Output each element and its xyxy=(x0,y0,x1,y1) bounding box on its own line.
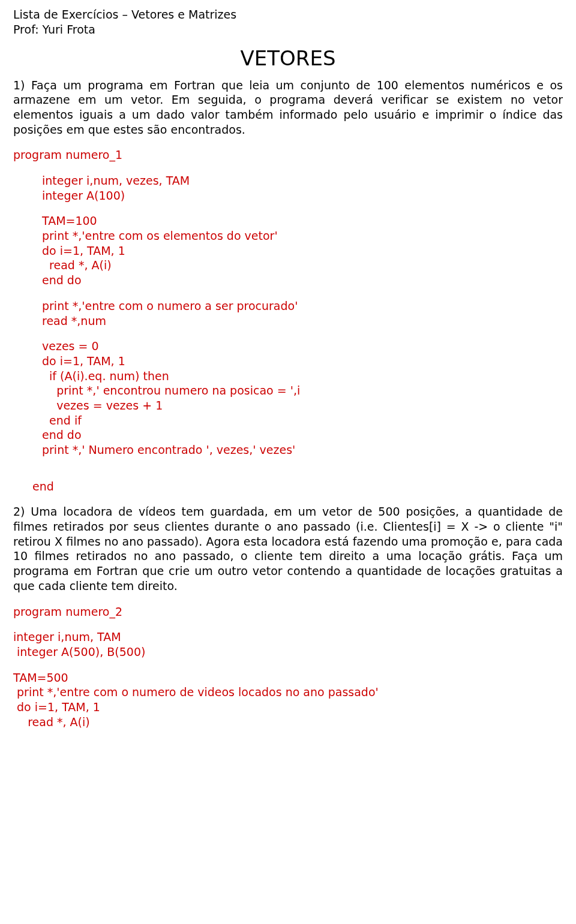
code-line: read *,num xyxy=(42,314,563,329)
code-line: if (A(i).eq. num) then xyxy=(42,369,563,384)
code-line: end xyxy=(13,479,563,494)
question-2-text: 2) Uma locadora de vídeos tem guardada, … xyxy=(13,504,563,593)
code-line: TAM=500 xyxy=(13,670,563,685)
code-line: print *,'entre com o numero a ser procur… xyxy=(42,299,563,314)
code-line: TAM=100 xyxy=(42,213,563,228)
code-line: end if xyxy=(42,413,563,428)
code-line: integer A(100) xyxy=(42,188,563,203)
code-line: integer A(500), B(500) xyxy=(13,645,563,660)
code-line: end do xyxy=(42,428,563,443)
code-line: print *,' Numero encontrado ', vezes,' v… xyxy=(42,443,563,458)
code-line: program numero_2 xyxy=(13,604,563,619)
code-line: integer i,num, TAM xyxy=(13,630,563,645)
code-line: end do xyxy=(42,273,563,288)
code-line: integer i,num, vezes, TAM xyxy=(42,173,563,188)
code-line: do i=1, TAM, 1 xyxy=(13,700,563,715)
code-line: program numero_1 xyxy=(13,148,563,162)
doc-header-title: Lista de Exercícios – Vetores e Matrizes xyxy=(13,7,563,22)
code-line: vezes = vezes + 1 xyxy=(42,398,563,413)
code-line: read *, A(i) xyxy=(42,258,563,273)
question-1-text: 1) Faça um programa em Fortran que leia … xyxy=(13,78,563,137)
page-title: VETORES xyxy=(13,45,563,71)
doc-header-author: Prof: Yuri Frota xyxy=(13,22,563,37)
code-line: print *,' encontrou numero na posicao = … xyxy=(42,383,563,398)
code-line: do i=1, TAM, 1 xyxy=(42,354,563,369)
code-line: print *,'entre com o numero de videos lo… xyxy=(13,685,563,700)
code-line: read *, A(i) xyxy=(13,715,563,730)
code-line: vezes = 0 xyxy=(42,339,563,354)
code-line: print *,'entre com os elementos do vetor… xyxy=(42,228,563,243)
code-line: do i=1, TAM, 1 xyxy=(42,243,563,258)
